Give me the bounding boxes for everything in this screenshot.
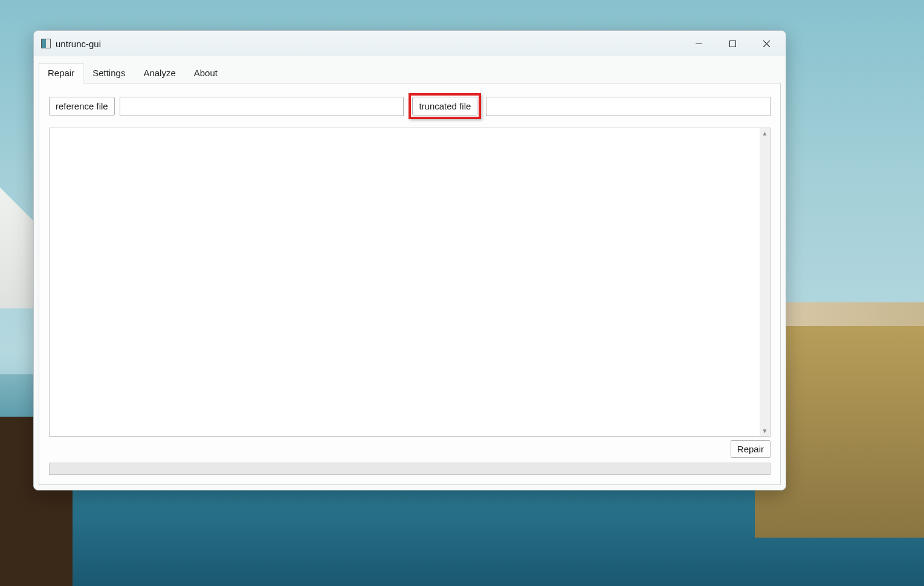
action-row: Repair — [49, 440, 771, 458]
highlight-annotation: truncated file — [409, 93, 481, 119]
maximize-icon — [729, 41, 736, 47]
file-selection-row: reference file truncated file — [49, 93, 771, 119]
window-title: untrunc-gui — [56, 39, 682, 49]
reference-file-input[interactable] — [120, 97, 404, 116]
tab-content-repair: reference file truncated file ▲ ▼ Repair — [39, 83, 781, 485]
truncated-file-button[interactable]: truncated file — [412, 97, 477, 116]
app-window: untrunc-gui Repair Settings Analyze Abou… — [33, 30, 786, 490]
progress-bar — [49, 463, 771, 475]
truncated-file-input[interactable] — [486, 97, 771, 116]
svg-rect-1 — [729, 41, 735, 47]
titlebar[interactable]: untrunc-gui — [34, 31, 786, 56]
minimize-icon — [696, 41, 702, 47]
tab-about[interactable]: About — [185, 63, 227, 83]
tab-repair[interactable]: Repair — [39, 63, 83, 83]
scroll-up-icon[interactable]: ▲ — [760, 128, 770, 138]
close-button[interactable] — [749, 31, 783, 56]
repair-button[interactable]: Repair — [731, 440, 771, 458]
tab-settings[interactable]: Settings — [83, 63, 134, 83]
scroll-down-icon[interactable]: ▼ — [760, 426, 770, 436]
app-icon — [41, 39, 51, 48]
minimize-button[interactable] — [682, 31, 716, 56]
client-area: Repair Settings Analyze About reference … — [34, 56, 786, 490]
log-output[interactable]: ▲ ▼ — [49, 128, 771, 437]
close-icon — [763, 41, 770, 47]
reference-file-button[interactable]: reference file — [49, 97, 115, 116]
window-controls — [682, 31, 783, 56]
tab-analyze[interactable]: Analyze — [134, 63, 184, 83]
maximize-button[interactable] — [716, 31, 749, 56]
tabbar: Repair Settings Analyze About — [39, 62, 781, 83]
log-scrollbar[interactable]: ▲ ▼ — [760, 128, 770, 436]
